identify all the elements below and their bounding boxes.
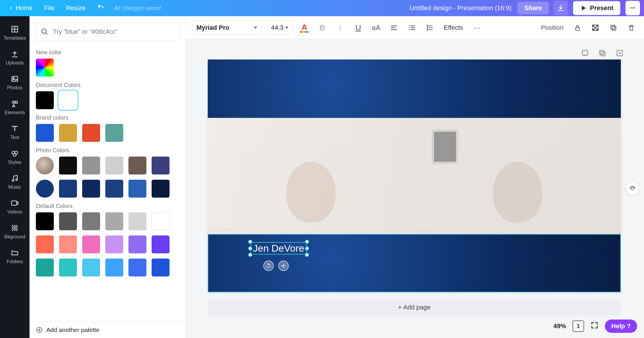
- bottom-blue-bar[interactable]: Jen DeVore: [208, 234, 621, 292]
- add-page-button[interactable]: [614, 48, 625, 58]
- slide[interactable]: Jen DeVore Whitnie Wiley Jen DeVore: [208, 60, 621, 292]
- spacing-button[interactable]: [424, 21, 436, 34]
- video-screenshot[interactable]: Jen DeVore Whitnie Wiley: [208, 118, 621, 234]
- effects-button[interactable]: Effects: [441, 21, 465, 34]
- color-swatch[interactable]: [128, 180, 146, 198]
- color-swatch[interactable]: [36, 235, 54, 253]
- color-swatch[interactable]: [59, 235, 77, 253]
- color-swatch[interactable]: [59, 212, 77, 230]
- color-swatch[interactable]: [82, 124, 100, 142]
- color-swatch[interactable]: [36, 212, 54, 230]
- undo-button[interactable]: [92, 2, 109, 14]
- rail-videos[interactable]: Videos: [0, 195, 30, 219]
- color-swatch[interactable]: [152, 235, 170, 253]
- color-swatch[interactable]: [82, 212, 100, 230]
- copy-button[interactable]: [607, 21, 620, 34]
- rail-text[interactable]: Text: [0, 120, 30, 144]
- color-swatch[interactable]: [152, 157, 170, 174]
- color-swatch[interactable]: [105, 157, 123, 174]
- text-element-selected[interactable]: Jen DeVore: [251, 243, 306, 254]
- canvas-area[interactable]: Jen DeVore Whitnie Wiley Jen DeVore: [186, 39, 644, 338]
- resize-handle[interactable]: [248, 240, 252, 244]
- resize-handle[interactable]: [248, 253, 252, 257]
- rail-styles[interactable]: Styles: [0, 145, 30, 169]
- color-swatch[interactable]: [105, 259, 123, 276]
- resize-handle[interactable]: [305, 246, 309, 250]
- color-swatch[interactable]: [82, 235, 100, 253]
- color-swatch[interactable]: [36, 259, 54, 276]
- resize-handle[interactable]: [305, 253, 309, 257]
- color-swatch[interactable]: [82, 180, 100, 198]
- color-search[interactable]: [35, 23, 180, 41]
- transparency-button[interactable]: [589, 21, 602, 34]
- add-page-bar[interactable]: + Add page: [208, 299, 621, 315]
- color-swatch[interactable]: [105, 180, 123, 198]
- share-button[interactable]: Share: [517, 2, 549, 14]
- more-toolbar-button[interactable]: ···: [471, 21, 483, 34]
- color-swatch[interactable]: [36, 91, 54, 109]
- rail-background[interactable]: Bkground: [0, 220, 30, 244]
- position-button[interactable]: Position: [539, 21, 566, 34]
- present-button[interactable]: Present: [573, 1, 620, 15]
- color-swatch[interactable]: [128, 157, 146, 174]
- color-swatch[interactable]: [105, 235, 123, 253]
- color-swatch[interactable]: [59, 180, 77, 198]
- page-number[interactable]: 1: [573, 320, 584, 332]
- underline-button[interactable]: U: [352, 21, 365, 34]
- color-swatch[interactable]: [152, 212, 170, 230]
- color-swatch[interactable]: [59, 91, 77, 109]
- file-menu[interactable]: File: [40, 3, 59, 14]
- align-button[interactable]: [388, 21, 400, 34]
- resize-menu[interactable]: Resize: [61, 3, 90, 14]
- color-swatch[interactable]: [152, 259, 170, 276]
- text-color-button[interactable]: A: [298, 21, 311, 34]
- text-case-button[interactable]: aA: [370, 21, 382, 34]
- color-swatch[interactable]: [59, 259, 77, 276]
- search-input[interactable]: [52, 28, 174, 36]
- fullscreen-button[interactable]: [590, 321, 599, 331]
- move-handle[interactable]: [278, 261, 289, 271]
- lock-button[interactable]: [571, 21, 584, 34]
- font-size-select[interactable]: 44.3: [267, 21, 293, 35]
- color-swatch[interactable]: [36, 157, 54, 174]
- color-swatch[interactable]: [82, 259, 100, 276]
- home-link[interactable]: Home: [4, 3, 37, 14]
- font-family-select[interactable]: Myriad Pro: [192, 21, 262, 35]
- duplicate-page-button[interactable]: [597, 48, 608, 58]
- color-swatch[interactable]: [36, 124, 54, 142]
- color-swatch[interactable]: [152, 180, 170, 198]
- notes-button[interactable]: [580, 48, 590, 58]
- delete-button[interactable]: [625, 21, 638, 34]
- color-swatch[interactable]: [105, 124, 123, 142]
- resize-handle[interactable]: [248, 246, 252, 250]
- color-swatch[interactable]: [128, 212, 146, 230]
- document-title[interactable]: Untitled design - Presentation (16:9): [410, 4, 511, 12]
- download-button[interactable]: [553, 1, 568, 15]
- rail-folders[interactable]: Folders: [0, 244, 30, 269]
- refresh-button[interactable]: [626, 182, 639, 195]
- rotate-handle[interactable]: [263, 261, 274, 271]
- bold-button[interactable]: B: [316, 21, 329, 34]
- rail-uploads[interactable]: Uploads: [0, 46, 30, 70]
- color-swatch[interactable]: [128, 235, 146, 253]
- top-blue-bar[interactable]: [208, 60, 621, 118]
- rail-photos[interactable]: Photos: [0, 70, 30, 95]
- color-swatch[interactable]: [82, 157, 100, 174]
- color-swatch[interactable]: [36, 180, 54, 198]
- list-button[interactable]: [406, 21, 418, 34]
- rail-elements[interactable]: Elements: [0, 95, 30, 120]
- color-swatch[interactable]: [128, 259, 146, 276]
- more-button[interactable]: ···: [625, 1, 640, 15]
- resize-handle[interactable]: [305, 240, 309, 244]
- italic-button[interactable]: I: [334, 21, 347, 34]
- color-swatch[interactable]: [105, 212, 123, 230]
- help-button[interactable]: Help ?: [605, 320, 637, 333]
- color-swatch[interactable]: [59, 124, 77, 142]
- rail-templates[interactable]: Templates: [0, 21, 30, 45]
- new-color-picker[interactable]: [36, 59, 54, 77]
- color-swatch[interactable]: [59, 157, 77, 174]
- download-icon: [557, 4, 564, 12]
- zoom-level[interactable]: 49%: [553, 322, 566, 330]
- rail-music[interactable]: Music: [0, 170, 30, 194]
- add-palette-button[interactable]: Add another palette: [30, 322, 185, 338]
